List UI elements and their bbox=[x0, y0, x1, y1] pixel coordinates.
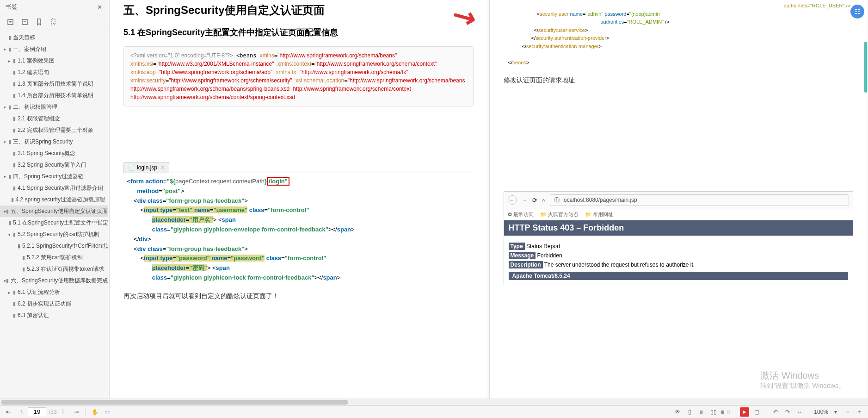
bottom-toolbar: ⇤ 〈 /33 〉 ⇥ ✋ ▭ 👁 ▯ ⫼ ▯▯ ⫼⫼ ▶ ▢ ↶ ↷ ↔ 10… bbox=[0, 405, 868, 418]
fav-common[interactable]: 📁 常用网址 bbox=[585, 211, 613, 218]
toc-item[interactable]: ▮3.2 Spring Security简单入门 bbox=[0, 159, 108, 171]
message-value: Forbidden bbox=[537, 252, 562, 259]
browser-screenshot: ← → ⟳ ⌂ ⓘ localhost:8080/pages/main.jsp … bbox=[504, 191, 854, 285]
two-page-icon[interactable]: ▯▯ bbox=[709, 407, 718, 417]
close-sidebar-icon[interactable]: ✕ bbox=[97, 4, 102, 11]
type-value: Status Report bbox=[526, 243, 560, 250]
tomcat-version: Apache Tomcat/8.5.24 bbox=[509, 272, 849, 280]
next-page-icon[interactable]: 〉 bbox=[60, 407, 69, 417]
page-right: authorities="ROLE_USER" /> <security:use… bbox=[489, 0, 868, 399]
fav-firefox[interactable]: 📁 火狐官方站点 bbox=[540, 211, 579, 218]
heading-2: 5.1 在SpringSecurity主配置文件中指定认证页面配置信息 bbox=[123, 27, 474, 38]
toc-item[interactable]: ▮6.3 加密认证 bbox=[0, 310, 108, 321]
expand-all-icon[interactable] bbox=[6, 18, 14, 26]
toc-tree[interactable]: ▮当天目标▾▮一、案例介绍▸▮1.1 案例效果图▮1.2 建表语句▮1.3 页面… bbox=[0, 30, 108, 399]
view-mode-icon[interactable]: 👁 bbox=[673, 407, 682, 417]
close-tab-icon[interactable]: × bbox=[161, 164, 164, 171]
info-icon: ⓘ bbox=[554, 196, 560, 204]
zoom-in-icon[interactable]: + bbox=[855, 407, 864, 417]
http-status-banner: HTTP Status 403 – Forbidden bbox=[504, 220, 853, 236]
toc-item[interactable]: ▾▮六、SpringSecurity使用数据库数据完成认证 bbox=[0, 275, 108, 287]
toc-item[interactable]: ▮6.2 初步实现认证功能 bbox=[0, 298, 108, 310]
type-label: Type bbox=[509, 243, 525, 250]
address-bar[interactable]: ⓘ localhost:8080/pages/main.jsp bbox=[550, 194, 849, 206]
toc-item[interactable]: ▾▮5.2 SpringSecurity的csrf防护机制 bbox=[0, 229, 108, 240]
first-page-icon[interactable]: ⇤ bbox=[4, 407, 13, 417]
jsp-code-block: <form action="${pageContext.request.cont… bbox=[123, 173, 474, 287]
toc-item[interactable]: ▮当天目标 bbox=[0, 32, 108, 44]
toc-item[interactable]: ▾▮二、初识权限管理 bbox=[0, 101, 108, 113]
rotate-right-icon[interactable]: ↷ bbox=[783, 407, 792, 417]
rotate-left-icon[interactable]: ↶ bbox=[771, 407, 780, 417]
toc-item[interactable]: ▾▮五、SpringSecurity使用自定义认证页面 bbox=[0, 206, 108, 217]
toc-item[interactable]: ▮4.2 spring security过滤器链加载原理 bbox=[0, 194, 108, 206]
bookmarks-sidebar: 书签 ✕ ▮当天目标▾▮一、案例介绍▸▮1.1 案例效果图▮1.2 建表语句▮1… bbox=[0, 0, 108, 399]
two-continuous-icon[interactable]: ⫼⫼ bbox=[721, 407, 730, 417]
toc-item[interactable]: ▮1.3 页面部分所用技术简单说明 bbox=[0, 78, 108, 90]
horizontal-scrollbar[interactable] bbox=[0, 399, 868, 405]
sidebar-toolbar bbox=[0, 14, 108, 30]
page-total: /33 bbox=[49, 409, 57, 415]
toc-item[interactable]: ▮5.2.1 SpringSecurity中CsrfFilter过滤器说明 bbox=[0, 240, 108, 252]
bookmark-outline-icon[interactable] bbox=[49, 18, 57, 26]
back-icon[interactable]: ← bbox=[508, 195, 517, 205]
toc-item[interactable]: ▮2.2 完成权限管理需要三个对象 bbox=[0, 125, 108, 136]
page-left: 五、SpringSecurity使用自定义认证页面 ↘ 5.1 在SpringS… bbox=[109, 0, 487, 399]
xml-code-block: <?xml version="1.0" encoding="UTF-8"?> <… bbox=[123, 46, 474, 106]
floating-assist-button[interactable]: ☷ bbox=[850, 5, 864, 19]
right-scroll-indicator[interactable] bbox=[864, 42, 867, 93]
sidebar-title: 书签 bbox=[6, 3, 18, 11]
select-tool-icon[interactable]: ▭ bbox=[103, 407, 112, 417]
toc-item[interactable]: ▮5.2.2 禁用csrf防护机制 bbox=[0, 252, 108, 263]
collapse-all-icon[interactable] bbox=[21, 18, 29, 26]
play-icon[interactable]: ▶ bbox=[740, 407, 749, 417]
heading-1: 五、SpringSecurity使用自定义认证页面 bbox=[123, 3, 474, 18]
toc-item[interactable]: ▮1.2 建表语句 bbox=[0, 67, 108, 78]
description-value: The server understood the request but re… bbox=[544, 262, 695, 268]
single-page-icon[interactable]: ▯ bbox=[685, 407, 694, 417]
toc-item[interactable]: ▾▮三、初识Spring Security bbox=[0, 136, 108, 148]
toc-item[interactable]: ▮5.2.3 在认证页面携带token请求 bbox=[0, 263, 108, 275]
presentation-icon[interactable]: ▢ bbox=[752, 407, 761, 417]
url-text: localhost:8080/pages/main.jsp bbox=[562, 197, 637, 203]
fit-width-icon[interactable]: ↔ bbox=[795, 407, 804, 417]
toc-item[interactable]: ▮2.1 权限管理概念 bbox=[0, 113, 108, 125]
home-icon[interactable]: ⌂ bbox=[542, 197, 546, 204]
toc-item[interactable]: ▾▮四、Spring Security过滤器链 bbox=[0, 171, 108, 182]
fav-most-visited[interactable]: ✿ 最常访问 bbox=[508, 211, 534, 218]
forward-icon[interactable]: → bbox=[522, 197, 528, 204]
toc-item[interactable]: ▾▮一、案例介绍 bbox=[0, 44, 108, 55]
jsp-file-tab[interactable]: login.jsp× bbox=[123, 162, 169, 173]
document-viewport[interactable]: 五、SpringSecurity使用自定义认证页面 ↘ 5.1 在SpringS… bbox=[108, 0, 868, 399]
bookmark-icon[interactable] bbox=[35, 18, 43, 26]
toc-item[interactable]: ▸▮1.1 案例效果图 bbox=[0, 55, 108, 67]
zoom-out-icon[interactable]: − bbox=[843, 407, 852, 417]
description-label: Description bbox=[509, 261, 543, 268]
toc-item[interactable]: ▮3.1 Spring Security概念 bbox=[0, 148, 108, 159]
hand-tool-icon[interactable]: ✋ bbox=[91, 407, 100, 417]
toc-item[interactable]: ▸▮6.1 认证流程分析 bbox=[0, 287, 108, 298]
toc-item[interactable]: ▮1.4 后台部分所用技术简单说明 bbox=[0, 90, 108, 101]
restart-note: 再次启动项目后就可以看到自定义的酷炫认证页面了！ bbox=[123, 292, 474, 300]
zoom-dropdown-icon[interactable]: ▾ bbox=[831, 407, 840, 417]
right-caption: 修改认证页面的请求地址 bbox=[504, 76, 854, 85]
page-number-input[interactable] bbox=[28, 407, 46, 416]
toc-item[interactable]: ▮4.1 Spring Security常用过滤器介绍 bbox=[0, 182, 108, 194]
message-label: Message bbox=[509, 252, 536, 259]
prev-page-icon[interactable]: 〈 bbox=[16, 407, 25, 417]
xml-code-right: authorities="ROLE_USER" /> <security:use… bbox=[504, 0, 854, 67]
continuous-icon[interactable]: ⫼ bbox=[697, 407, 706, 417]
zoom-level[interactable]: 100% bbox=[814, 409, 828, 415]
toc-item[interactable]: ▮5.1 在SpringSecurity主配置文件中指定认证页面配置信息 bbox=[0, 217, 108, 229]
last-page-icon[interactable]: ⇥ bbox=[72, 407, 81, 417]
reload-icon[interactable]: ⟳ bbox=[532, 197, 537, 204]
